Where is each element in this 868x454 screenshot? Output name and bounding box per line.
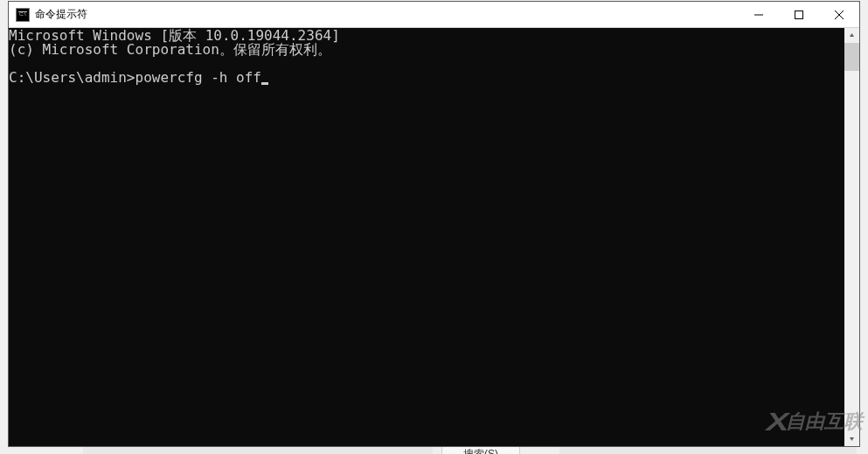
console-prompt-line: C:\Users\admin>powercfg -h off	[9, 69, 268, 86]
console-command-input[interactable]: powercfg -h off	[135, 69, 262, 86]
vertical-scrollbar[interactable]	[844, 28, 859, 446]
scroll-up-button[interactable]	[844, 28, 859, 43]
console-output[interactable]: Microsoft Windows [版本 10.0.19044.2364] (…	[9, 28, 844, 446]
minimize-button[interactable]	[739, 2, 779, 27]
window-title: 命令提示符	[35, 7, 739, 22]
svg-marker-5	[850, 437, 854, 441]
svg-marker-4	[850, 33, 854, 37]
scrollbar-track[interactable]	[844, 43, 859, 431]
command-prompt-window: C:\ 命令提示符 Microsoft Windows [版本 10.0.190…	[8, 1, 860, 447]
cursor	[261, 82, 268, 85]
console-container: Microsoft Windows [版本 10.0.19044.2364] (…	[9, 28, 859, 446]
scroll-down-button[interactable]	[844, 431, 859, 446]
close-button[interactable]	[819, 2, 859, 27]
maximize-button[interactable]	[779, 2, 819, 27]
svg-rect-1	[795, 10, 803, 18]
console-line-copyright: (c) Microsoft Corporation。保留所有权利。	[9, 41, 331, 58]
console-prompt: C:\Users\admin>	[9, 69, 135, 86]
scrollbar-thumb[interactable]	[844, 43, 859, 71]
window-controls	[739, 2, 859, 27]
titlebar[interactable]: C:\ 命令提示符	[9, 2, 859, 28]
cmd-icon: C:\	[16, 8, 30, 22]
